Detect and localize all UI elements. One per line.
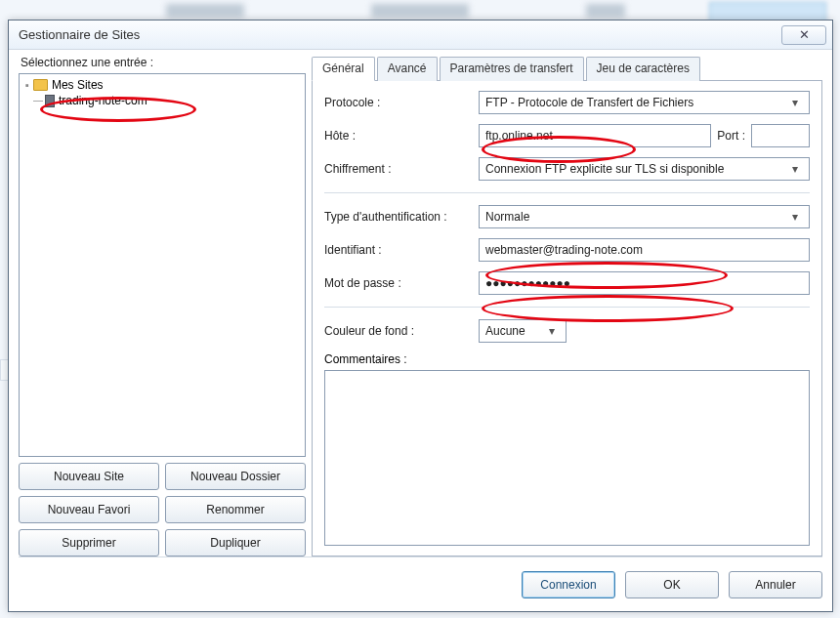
protocol-label: Protocole : [324,96,479,109]
divider [324,307,810,308]
site-manager-dialog: Gestionnaire de Sites ✕ Sélectionnez une… [8,20,833,612]
tree-item-label: trading-note-com [59,94,147,107]
close-button[interactable]: ✕ [781,25,826,45]
encryption-combo[interactable]: Connexion FTP explicite sur TLS si dispo… [479,157,810,181]
select-entry-label: Sélectionnez une entrée : [21,56,306,69]
encryption-value: Connexion FTP explicite sur TLS si dispo… [485,162,724,176]
connect-button[interactable]: Connexion [522,571,615,598]
port-input[interactable] [751,124,810,147]
cancel-button[interactable]: Annuler [729,571,822,598]
password-input[interactable] [479,271,810,295]
general-panel: Protocole : FTP - Protocole de Transfert… [312,81,822,556]
dialog-footer: Connexion OK Annuler [19,556,822,601]
tree-root[interactable]: ▪ Mes Sites [25,78,299,92]
delete-button[interactable]: Supprimer [19,529,159,556]
tab-general[interactable]: Général [312,57,375,81]
folder-icon [33,79,48,91]
host-input[interactable] [479,124,711,147]
user-label: Identifiant : [324,243,479,257]
new-site-button[interactable]: Nouveau Site [19,463,159,490]
divider [324,192,810,193]
tab-charset[interactable]: Jeu de caractères [586,57,700,81]
chevron-down-icon: ▾ [787,206,803,227]
tabs: Général Avancé Paramètres de transfert J… [312,56,822,81]
new-bookmark-button[interactable]: Nouveau Favori [19,496,159,523]
bgcolor-value: Aucune [485,324,525,338]
tree-root-label: Mes Sites [52,78,104,92]
tab-transfer[interactable]: Paramètres de transfert [440,57,584,81]
bgcolor-label: Couleur de fond : [324,324,479,338]
window-title: Gestionnaire de Sites [19,27,781,42]
port-label: Port : [717,129,745,143]
auth-label: Type d'authentification : [324,210,479,224]
rename-button[interactable]: Renommer [165,496,306,523]
site-tree[interactable]: ▪ Mes Sites trading-note-com [19,73,306,457]
titlebar: Gestionnaire de Sites ✕ [9,21,832,50]
encryption-label: Chiffrement : [324,162,479,176]
tree-item-site[interactable]: trading-note-com [45,94,299,107]
chevron-down-icon: ▾ [787,158,803,180]
protocol-combo[interactable]: FTP - Protocole de Transfert de Fichiers… [479,91,810,114]
close-icon: ✕ [799,27,810,42]
comments-label: Commentaires : [324,352,810,366]
auth-combo[interactable]: Normale ▾ [479,205,810,228]
tab-advanced[interactable]: Avancé [377,57,438,81]
user-input[interactable] [479,238,810,262]
collapse-icon[interactable]: ▪ [25,79,29,91]
new-folder-button[interactable]: Nouveau Dossier [165,463,306,490]
duplicate-button[interactable]: Dupliquer [165,529,306,556]
ok-button[interactable]: OK [625,571,719,598]
comments-textarea[interactable] [324,370,810,546]
protocol-value: FTP - Protocole de Transfert de Fichiers [485,96,693,109]
password-label: Mot de passe : [324,276,479,290]
auth-value: Normale [485,210,529,224]
chevron-down-icon: ▾ [544,320,560,342]
server-icon [45,95,55,107]
chevron-down-icon: ▾ [787,92,803,113]
host-label: Hôte : [324,129,479,143]
bgcolor-combo[interactable]: Aucune ▾ [479,319,567,343]
